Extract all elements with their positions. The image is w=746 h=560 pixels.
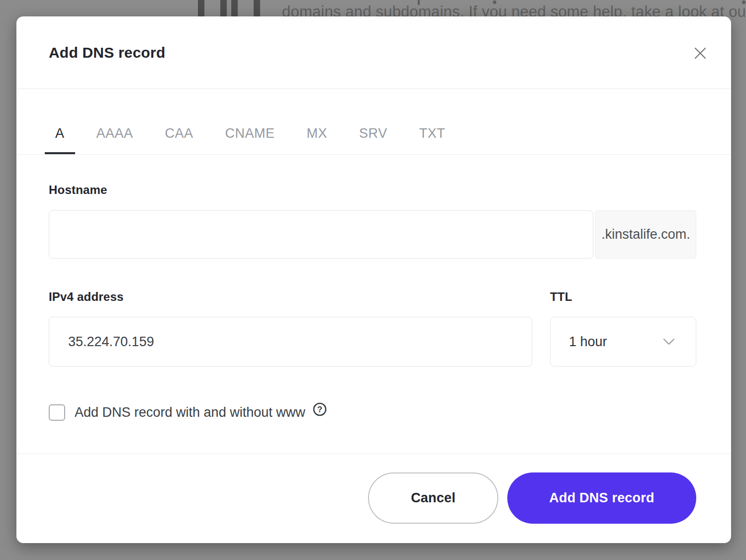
tab-a[interactable]: A <box>45 126 75 154</box>
chevron-down-icon <box>663 338 675 345</box>
tab-txt[interactable]: TXT <box>409 126 456 154</box>
close-icon <box>693 46 708 61</box>
ipv4-address-input[interactable] <box>49 317 532 367</box>
address-ttl-row: IPv4 address TTL 1 hour <box>49 290 696 367</box>
hostname-input[interactable] <box>49 210 593 259</box>
close-button[interactable] <box>691 44 709 62</box>
dialog-title: Add DNS record <box>49 44 166 61</box>
svg-text:?: ? <box>317 405 322 414</box>
ttl-selected-value: 1 hour <box>569 334 607 350</box>
ttl-label: TTL <box>550 290 696 304</box>
dialog-footer: Cancel Add DNS record <box>16 454 731 524</box>
www-checkbox[interactable] <box>49 404 65 421</box>
record-type-tabs: A AAAA CAA CNAME MX SRV TXT <box>16 89 731 155</box>
ipv4-label: IPv4 address <box>49 290 532 304</box>
tab-mx[interactable]: MX <box>296 126 338 154</box>
www-checkbox-label: Add DNS record with and without www <box>75 405 305 420</box>
add-dns-record-dialog: Add DNS record A AAAA CAA CNAME MX SRV T… <box>16 16 731 543</box>
add-dns-record-button[interactable]: Add DNS record <box>507 472 696 524</box>
tab-cname[interactable]: CNAME <box>215 126 285 154</box>
tab-caa[interactable]: CAA <box>155 126 204 154</box>
question-mark-icon: ? <box>312 402 327 417</box>
ttl-select[interactable]: 1 hour <box>550 317 696 367</box>
www-option-row: Add DNS record with and without www ? <box>49 404 696 421</box>
help-button[interactable]: ? <box>312 402 327 417</box>
hostname-label: Hostname <box>49 183 696 197</box>
ttl-column: TTL 1 hour <box>550 290 696 367</box>
dialog-header: Add DNS record <box>16 16 731 89</box>
ipv4-column: IPv4 address <box>49 290 532 367</box>
dialog-body: Hostname .kinstalife.com. IPv4 address T… <box>16 183 731 421</box>
tab-srv[interactable]: SRV <box>349 126 398 154</box>
hostname-domain-suffix: .kinstalife.com. <box>595 210 696 259</box>
hostname-row: .kinstalife.com. <box>49 210 696 259</box>
tab-aaaa[interactable]: AAAA <box>86 126 144 154</box>
cancel-button[interactable]: Cancel <box>368 472 498 524</box>
